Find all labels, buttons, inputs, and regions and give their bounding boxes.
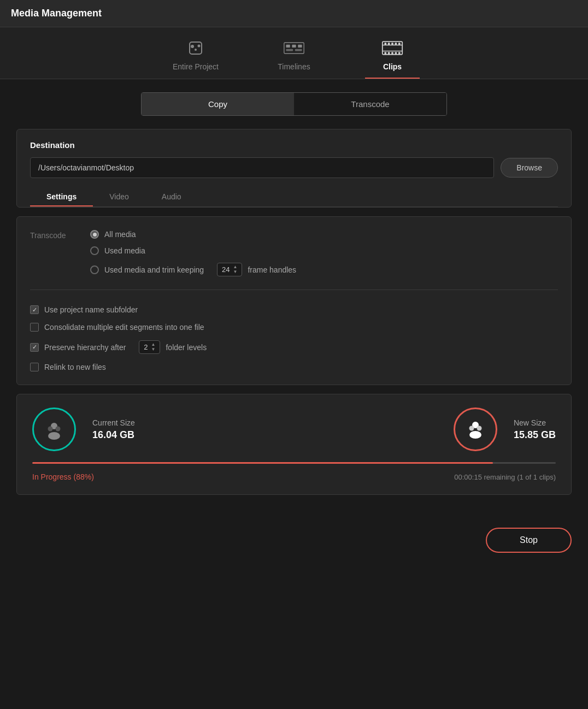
current-size-value: 16.04 GB	[92, 429, 135, 441]
svg-point-1	[191, 45, 194, 48]
timelines-icon	[283, 38, 305, 58]
tab-video[interactable]: Video	[93, 187, 145, 206]
svg-rect-13	[384, 43, 386, 45]
progress-time: 00:00:15 remaining (1 of 1 clips)	[454, 473, 556, 481]
copy-button[interactable]: Copy	[142, 93, 294, 115]
svg-rect-19	[388, 52, 390, 55]
destination-input[interactable]	[30, 157, 494, 178]
tab-entire-project[interactable]: Entire Project	[168, 38, 223, 79]
svg-rect-8	[286, 49, 293, 51]
frame-handles-stepper[interactable]: 24 ▲ ▼	[217, 263, 242, 276]
stop-button[interactable]: Stop	[486, 528, 572, 553]
radio-used-media-indicator	[90, 246, 99, 255]
checkbox-project-subfolder[interactable]: Use project name subfolder	[30, 305, 558, 314]
radio-all-media-indicator	[90, 230, 99, 239]
radio-used-media[interactable]: Used media	[90, 246, 296, 255]
title-bar: Media Management	[0, 0, 588, 27]
progress-row: In Progress (88%) 00:00:15 remaining (1 …	[32, 472, 556, 481]
radio-used-media-trim-label: Used media and trim keeping	[104, 265, 204, 274]
checkbox-relink-box	[30, 363, 39, 371]
browse-button[interactable]: Browse	[501, 158, 558, 178]
progress-bar-container	[32, 462, 556, 464]
radio-used-media-trim[interactable]: Used media and trim keeping 24 ▲ ▼ frame…	[90, 263, 296, 276]
svg-rect-7	[298, 45, 302, 48]
destination-panel: Destination Browse Settings Video Audio	[16, 129, 572, 208]
folder-levels-stepper[interactable]: 2 ▲ ▼	[139, 340, 160, 354]
new-size-value: 15.85 GB	[514, 429, 556, 441]
tab-timelines[interactable]: Timelines	[267, 38, 321, 79]
transcode-section-label: Transcode	[30, 230, 79, 276]
radio-all-media[interactable]: All media	[90, 230, 296, 239]
tab-clips-label: Clips	[383, 62, 402, 71]
size-panel: Current Size 16.04 GB New Size 15.85 GB	[16, 394, 572, 495]
new-size-label: New Size	[514, 418, 556, 427]
folder-stepper-down[interactable]: ▼	[151, 347, 156, 352]
svg-point-26	[56, 427, 61, 432]
svg-rect-4	[284, 43, 304, 54]
svg-rect-14	[388, 43, 390, 45]
svg-point-25	[48, 427, 53, 432]
folder-levels-suffix: folder levels	[166, 343, 207, 352]
settings-panel: Transcode All media Used media Used medi…	[16, 216, 572, 385]
radio-used-media-trim-indicator	[90, 265, 99, 274]
checkbox-consolidate-box	[30, 323, 39, 332]
svg-rect-6	[292, 45, 296, 48]
checkbox-preserve-label: Preserve hierarchy after	[44, 343, 126, 352]
svg-rect-17	[398, 43, 401, 45]
svg-rect-0	[190, 42, 202, 54]
checkbox-consolidate-segments[interactable]: Consolidate multiple edit segments into …	[30, 323, 558, 332]
transcode-radio-group: All media Used media Used media and trim…	[90, 230, 296, 276]
tab-clips[interactable]: Clips	[365, 38, 420, 79]
checkbox-project-subfolder-label: Use project name subfolder	[44, 305, 138, 314]
checkbox-relink[interactable]: Relink to new files	[30, 363, 558, 371]
tab-timelines-label: Timelines	[278, 62, 310, 71]
current-size-circle	[32, 407, 76, 451]
checkbox-relink-label: Relink to new files	[44, 363, 106, 371]
transcode-button[interactable]: Transcode	[294, 93, 446, 115]
svg-point-3	[198, 45, 201, 48]
stepper-down-arrow[interactable]: ▼	[233, 270, 237, 274]
app-title: Media Management	[11, 8, 577, 19]
svg-point-24	[48, 432, 60, 440]
svg-rect-21	[395, 52, 397, 55]
tab-settings[interactable]: Settings	[30, 187, 93, 206]
copy-transcode-group: Copy Transcode	[141, 92, 447, 116]
current-size-label: Current Size	[92, 418, 135, 427]
progress-label: In Progress (88%)	[32, 472, 94, 481]
checkbox-section: Use project name subfolder Consolidate m…	[30, 305, 558, 371]
current-size-info: Current Size 16.04 GB	[92, 418, 135, 441]
svg-rect-9	[295, 49, 302, 51]
tab-entire-project-label: Entire Project	[173, 62, 219, 71]
svg-rect-20	[391, 52, 393, 55]
bottom-bar: Stop	[0, 517, 588, 564]
destination-label: Destination	[30, 140, 558, 150]
checkbox-project-subfolder-box	[30, 305, 39, 314]
checkbox-preserve-box	[30, 343, 39, 352]
svg-rect-22	[398, 52, 401, 55]
svg-rect-16	[395, 43, 397, 45]
radio-all-media-label: All media	[104, 230, 136, 239]
svg-point-28	[469, 431, 481, 439]
svg-point-2	[195, 49, 197, 51]
checkbox-consolidate-label: Consolidate multiple edit segments into …	[44, 323, 204, 332]
clips-icon	[381, 38, 403, 58]
svg-point-29	[469, 426, 474, 431]
svg-rect-5	[286, 45, 290, 48]
svg-rect-18	[384, 52, 386, 55]
stepper-up-arrow[interactable]: ▲	[233, 265, 237, 269]
svg-rect-15	[391, 43, 393, 45]
folder-stepper-up[interactable]: ▲	[151, 342, 156, 347]
frame-handles-suffix: frame handles	[248, 265, 296, 274]
tab-row: Entire Project Timelines	[0, 27, 588, 79]
tab-audio[interactable]: Audio	[145, 187, 198, 206]
progress-bar-track	[32, 462, 556, 464]
new-size-circle	[454, 407, 497, 451]
svg-point-30	[477, 426, 481, 431]
new-size-info: New Size 15.85 GB	[514, 418, 556, 441]
progress-bar-fill	[32, 462, 493, 464]
checkbox-preserve-hierarchy[interactable]: Preserve hierarchy after 2 ▲ ▼ folder le…	[30, 340, 558, 354]
sub-tabs: Settings Video Audio	[30, 187, 558, 207]
entire-project-icon	[185, 38, 207, 58]
radio-used-media-label: Used media	[104, 246, 145, 255]
